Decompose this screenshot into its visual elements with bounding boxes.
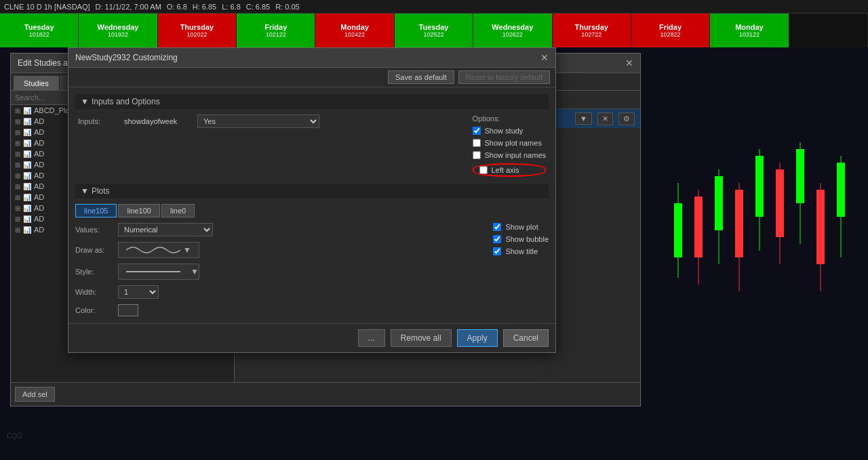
show-bubble-row: Show bubble bbox=[493, 235, 549, 243]
day-cell: Tuesday101822 bbox=[0, 14, 79, 47]
collapse-icon: ▼ bbox=[81, 97, 89, 106]
day-cell: Monday102422 bbox=[315, 14, 394, 47]
width-select[interactable]: 1 2 3 bbox=[118, 285, 159, 299]
svg-rect-20 bbox=[674, 203, 682, 257]
day-cell: Wednesday102622 bbox=[473, 14, 552, 47]
customize-footer: ... Remove all Apply Cancel bbox=[68, 323, 555, 352]
color-label: Color: bbox=[75, 306, 113, 314]
width-label: Width: bbox=[75, 288, 113, 296]
customize-title-text: NewStudy2932 Customizing bbox=[75, 53, 178, 62]
plots-section: ▼ Plots line105 line100 line0 Values: Nu… bbox=[75, 184, 549, 316]
settings-study-button[interactable]: ⚙ bbox=[618, 112, 635, 125]
options-column: Options: Show study Show plot names Show… bbox=[473, 114, 547, 177]
svg-rect-34 bbox=[816, 190, 825, 264]
plots-header[interactable]: ▼ Plots bbox=[75, 184, 549, 198]
edit-studies-close-button[interactable]: ✕ bbox=[625, 58, 633, 68]
edit-studies-footer: Add sel bbox=[11, 382, 640, 406]
color-swatch[interactable] bbox=[118, 304, 138, 316]
svg-rect-32 bbox=[796, 149, 804, 203]
show-plot-row: Show plot bbox=[493, 223, 549, 231]
svg-rect-36 bbox=[837, 163, 845, 217]
save-default-button[interactable]: Save as default bbox=[388, 70, 454, 84]
show-title-checkbox[interactable] bbox=[493, 247, 501, 255]
options-label: Options: bbox=[473, 114, 547, 123]
plot-tabs: line105 line100 line0 bbox=[75, 204, 549, 217]
draw-as-preview[interactable]: ▼ bbox=[118, 242, 199, 258]
show-input-names-checkbox[interactable] bbox=[473, 151, 481, 159]
list-item-label: AD bbox=[34, 193, 44, 201]
list-item-label: AD bbox=[34, 215, 44, 223]
open-label: O: 6.8 bbox=[167, 3, 187, 11]
customize-toolbar: Save as default Reset to factory default bbox=[68, 68, 555, 87]
list-item-label: AD bbox=[34, 182, 44, 190]
plot-tab-line105[interactable]: line105 bbox=[75, 204, 117, 217]
date-label: D: 11/1/22, 7:00 AM bbox=[96, 3, 161, 11]
values-label: Values: bbox=[75, 226, 113, 234]
svg-rect-26 bbox=[735, 190, 743, 257]
show-title-row: Show title bbox=[493, 247, 549, 255]
topbar: CLNE 10 D 1h [NASDAQ] D: 11/1/22, 7:00 A… bbox=[0, 0, 868, 14]
close-label: C: 6.85 bbox=[246, 3, 270, 11]
input-value-select[interactable]: Yes No bbox=[197, 114, 319, 128]
inputs-options-label: Inputs and Options bbox=[92, 97, 160, 106]
reset-factory-button[interactable]: Reset to factory default bbox=[458, 70, 550, 84]
day-cell: Wednesday101922 bbox=[79, 14, 157, 47]
input-name-label: showdayofweek bbox=[124, 117, 192, 125]
svg-rect-30 bbox=[776, 169, 784, 237]
day-cell: Friday102822 bbox=[631, 14, 710, 47]
range-label: R: 0.05 bbox=[275, 3, 299, 11]
svg-rect-22 bbox=[694, 196, 703, 257]
cancel-button[interactable]: Cancel bbox=[503, 329, 549, 347]
plot-properties: Values: Numerical Percent Ticks Draw as:… bbox=[75, 223, 213, 316]
list-item-label: AD bbox=[34, 128, 44, 136]
show-plot-checkbox[interactable] bbox=[493, 223, 501, 231]
day-cell: Tuesday102522 bbox=[395, 14, 473, 47]
customize-body: ▼ Inputs and Options Inputs: showdayofwe… bbox=[68, 87, 555, 323]
style-preview[interactable]: ▼ bbox=[118, 264, 199, 280]
low-label: L: 6.8 bbox=[222, 3, 241, 11]
logo: CQG bbox=[7, 432, 22, 440]
inputs-options-section: Inputs: showdayofweek Yes No Options: Sh… bbox=[75, 114, 549, 177]
left-axis-label: Left axis bbox=[492, 166, 519, 174]
width-row: Width: 1 2 3 bbox=[75, 285, 213, 299]
show-bubble-checkbox[interactable] bbox=[493, 235, 501, 243]
inputs-options-header[interactable]: ▼ Inputs and Options bbox=[75, 94, 549, 109]
show-plot-names-row: Show plot names bbox=[473, 139, 547, 147]
customize-close-button[interactable]: ✕ bbox=[540, 52, 549, 63]
inputs-label: Inputs: bbox=[78, 117, 119, 125]
style-label: Style: bbox=[75, 268, 113, 276]
remove-study-button[interactable]: ✕ bbox=[597, 112, 613, 125]
dropdown-arrow-button[interactable]: ▼ bbox=[575, 112, 592, 125]
left-axis-row: Left axis bbox=[473, 163, 547, 177]
show-plot-label: Show plot bbox=[505, 223, 538, 231]
ticker-label: CLNE 10 D 1h [NASDAQ] bbox=[4, 3, 90, 11]
left-axis-checkbox[interactable] bbox=[479, 166, 488, 174]
add-selected-button[interactable]: Add sel bbox=[15, 387, 55, 402]
inputs-column: Inputs: showdayofweek Yes No bbox=[78, 114, 319, 177]
plot-tab-line0[interactable]: line0 bbox=[161, 204, 195, 217]
remove-all-button[interactable]: Remove all bbox=[391, 329, 452, 347]
apply-button[interactable]: Apply bbox=[457, 329, 498, 347]
list-item-label: AD bbox=[34, 226, 44, 234]
day-cell: Friday102122 bbox=[237, 14, 315, 47]
day-cell: Thursday102022 bbox=[158, 14, 237, 47]
list-item-label: AD bbox=[34, 117, 44, 125]
day-cell: Thursday102722 bbox=[553, 14, 631, 47]
high-label: H: 6.85 bbox=[193, 3, 216, 11]
list-item-label: AD bbox=[34, 161, 44, 169]
show-input-names-row: Show input names bbox=[473, 151, 547, 159]
svg-rect-24 bbox=[715, 176, 723, 230]
show-study-checkbox[interactable] bbox=[473, 127, 481, 135]
show-plot-names-checkbox[interactable] bbox=[473, 139, 481, 147]
values-select[interactable]: Numerical Percent Ticks bbox=[118, 223, 213, 236]
day-cell-empty bbox=[789, 14, 868, 47]
tab-studies[interactable]: Studies bbox=[14, 76, 59, 90]
plots-collapse-icon: ▼ bbox=[81, 186, 89, 196]
draw-as-label: Draw as: bbox=[75, 246, 113, 254]
day-cell: Monday103122 bbox=[710, 14, 789, 47]
ellipsis-button[interactable]: ... bbox=[358, 329, 385, 347]
show-title-label: Show title bbox=[505, 247, 538, 255]
plot-tab-line100[interactable]: line100 bbox=[118, 204, 159, 217]
color-row: Color: bbox=[75, 304, 213, 316]
draw-as-row: Draw as: ▼ bbox=[75, 242, 213, 258]
